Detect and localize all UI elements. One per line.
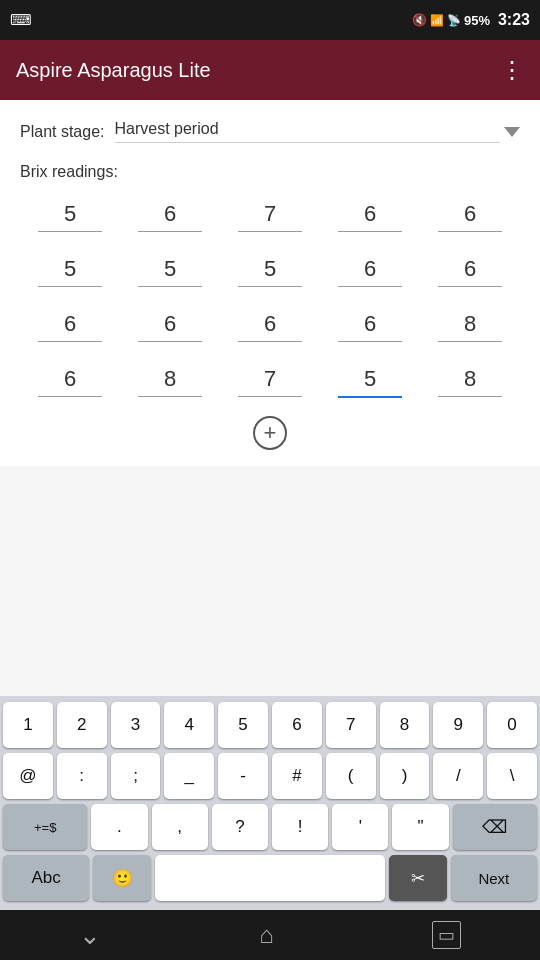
key-question[interactable]: ? [212, 804, 268, 850]
brix-underline [338, 341, 402, 342]
abc-key[interactable]: Abc [3, 855, 89, 901]
brix-underline [38, 286, 102, 287]
brix-underline [238, 286, 302, 287]
brix-underline [238, 231, 302, 232]
keyboard-row-special: +=$ . , ? ! ' " ⌫ [3, 804, 537, 850]
brix-underline [438, 231, 502, 232]
key-9[interactable]: 9 [433, 702, 483, 748]
key-backslash[interactable]: \ [487, 753, 537, 799]
tools-key[interactable]: ✂ [389, 855, 447, 901]
key-quote[interactable]: " [392, 804, 448, 850]
key-comma[interactable]: , [152, 804, 208, 850]
brix-readings-label: Brix readings: [20, 163, 520, 181]
plant-stage-label: Plant stage: [20, 123, 105, 141]
brix-cell[interactable]: 5 [120, 250, 220, 293]
brix-cell[interactable]: 6 [120, 305, 220, 348]
brix-grid-row-3: 6 6 6 6 8 [20, 305, 520, 348]
brix-cell[interactable]: 6 [320, 305, 420, 348]
brix-cell[interactable]: 5 [320, 360, 420, 404]
brix-underline [238, 396, 302, 397]
key-5[interactable]: 5 [218, 702, 268, 748]
key-slash[interactable]: / [433, 753, 483, 799]
key-2[interactable]: 2 [57, 702, 107, 748]
brix-cell[interactable]: 5 [20, 250, 120, 293]
battery-percent: 95% [464, 13, 490, 28]
keyboard-row-numbers: 1 2 3 4 5 6 7 8 9 0 [3, 702, 537, 748]
brix-cell[interactable]: 6 [220, 305, 320, 348]
brix-cell[interactable]: 6 [20, 360, 120, 404]
next-key[interactable]: Next [451, 855, 537, 901]
brix-cell[interactable]: 8 [120, 360, 220, 404]
status-icons: 🔇 📶 📡 95% [412, 13, 490, 28]
home-nav-icon[interactable]: ⌂ [259, 921, 274, 949]
brix-underline [38, 396, 102, 397]
keyboard-icon: ⌨ [10, 11, 32, 29]
key-exclaim[interactable]: ! [272, 804, 328, 850]
brix-value: 6 [464, 256, 476, 282]
brix-underline-active [338, 396, 402, 398]
key-3[interactable]: 3 [111, 702, 161, 748]
brix-cell[interactable]: 8 [420, 305, 520, 348]
brix-cell[interactable]: 5 [20, 195, 120, 238]
key-period[interactable]: . [91, 804, 147, 850]
key-6[interactable]: 6 [272, 702, 322, 748]
brix-underline [438, 396, 502, 397]
main-content: Plant stage: Harvest period Brix reading… [0, 100, 540, 466]
brix-value: 5 [64, 256, 76, 282]
brix-cell[interactable]: 8 [420, 360, 520, 404]
key-dash[interactable]: - [218, 753, 268, 799]
brix-underline [138, 396, 202, 397]
app-title: Aspire Asparagus Lite [16, 59, 211, 82]
brix-cell[interactable]: 5 [220, 250, 320, 293]
brix-cell[interactable]: 7 [220, 360, 320, 404]
key-apostrophe[interactable]: ' [332, 804, 388, 850]
brix-cell[interactable]: 6 [420, 250, 520, 293]
brix-cell[interactable]: 7 [220, 195, 320, 238]
back-nav-icon[interactable]: ⌄ [79, 920, 101, 951]
brix-value: 5 [364, 366, 376, 392]
brix-value: 6 [264, 311, 276, 337]
key-at[interactable]: @ [3, 753, 53, 799]
key-8[interactable]: 8 [380, 702, 430, 748]
emoji-key[interactable]: 🙂 [93, 855, 151, 901]
brix-cell[interactable]: 6 [420, 195, 520, 238]
brix-value: 7 [264, 366, 276, 392]
brix-grid-row-1: 5 6 7 6 6 [20, 195, 520, 238]
brix-value: 5 [264, 256, 276, 282]
key-semicolon[interactable]: ; [111, 753, 161, 799]
key-7[interactable]: 7 [326, 702, 376, 748]
key-close-paren[interactable]: ) [380, 753, 430, 799]
brix-underline [438, 286, 502, 287]
key-1[interactable]: 1 [3, 702, 53, 748]
key-hash[interactable]: # [272, 753, 322, 799]
clock: 3:23 [498, 11, 530, 29]
brix-grid-row-4: 6 8 7 5 8 [20, 360, 520, 404]
status-bar: ⌨ 🔇 📶 📡 95% 3:23 [0, 0, 540, 40]
keyboard-row-symbols: @ : ; _ - # ( ) / \ [3, 753, 537, 799]
brix-value: 6 [64, 311, 76, 337]
brix-cell[interactable]: 6 [20, 305, 120, 348]
add-reading-button[interactable]: + [20, 416, 520, 450]
key-symbols[interactable]: +=$ [3, 804, 87, 850]
signal-icon: 📡 [447, 14, 461, 27]
key-colon[interactable]: : [57, 753, 107, 799]
brix-cell[interactable]: 6 [320, 250, 420, 293]
space-key[interactable] [155, 855, 385, 901]
brix-underline [438, 341, 502, 342]
key-underscore[interactable]: _ [164, 753, 214, 799]
brix-cell[interactable]: 6 [320, 195, 420, 238]
key-open-paren[interactable]: ( [326, 753, 376, 799]
key-4[interactable]: 4 [164, 702, 214, 748]
brix-grid-row-2: 5 5 5 6 6 [20, 250, 520, 293]
overflow-menu-icon[interactable]: ⋮ [500, 56, 524, 84]
delete-key[interactable]: ⌫ [453, 804, 537, 850]
brix-value: 6 [364, 201, 376, 227]
brix-underline [238, 341, 302, 342]
brix-value: 7 [264, 201, 276, 227]
dropdown-arrow-icon[interactable] [504, 127, 520, 137]
recents-nav-icon[interactable]: ▭ [432, 921, 461, 949]
brix-cell[interactable]: 6 [120, 195, 220, 238]
plant-stage-value[interactable]: Harvest period [115, 120, 501, 143]
key-0[interactable]: 0 [487, 702, 537, 748]
add-circle-icon[interactable]: + [253, 416, 287, 450]
